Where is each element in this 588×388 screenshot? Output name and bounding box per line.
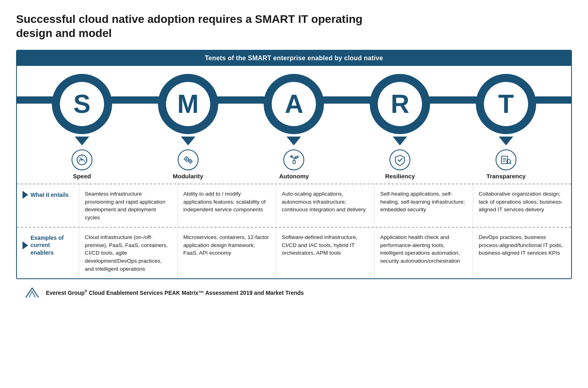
svg-point-8 (190, 161, 191, 162)
circle-inner-t: T (484, 82, 528, 126)
circle-outer-s: S (52, 74, 112, 134)
circles-flex: S M A (17, 66, 571, 134)
what-cell-resiliency: Self-healing applications, self-healing,… (374, 184, 473, 227)
circle-inner-r: R (378, 82, 422, 126)
gears-icon (182, 154, 194, 166)
autonomy-label: Autonomy (279, 173, 309, 180)
circle-col-m: M (135, 74, 241, 134)
svg-line-30 (510, 163, 511, 164)
circle-outer-r: R (370, 74, 430, 134)
circle-col-a: A (241, 74, 347, 134)
header-bar: Tenets of the SMART enterprise enabled b… (17, 51, 571, 66)
circle-col-r: R (347, 74, 453, 134)
what-label-text: What it entails (31, 191, 69, 198)
examples-cell-modularity: Microservices, containers, 12-factor app… (177, 228, 276, 278)
circle-inner-m: M (166, 82, 210, 126)
tenet-col-transparency: Transparency (453, 134, 559, 184)
autonomy-icon-circle (283, 149, 304, 170)
tenet-col-speed: Speed (29, 134, 135, 184)
modularity-label: Modularity (173, 173, 203, 180)
circles-row-wrapper: S M A (17, 66, 571, 134)
what-it-entails-label: What it entails (23, 191, 69, 199)
speedometer-icon (76, 154, 88, 166)
arrow-transparency (499, 137, 513, 145)
what-it-entails-label-col: What it entails (17, 184, 79, 227)
letter-a: A (285, 91, 303, 117)
examples-label: Examples of current enablers (23, 234, 74, 256)
circle-outer-m: M (158, 74, 218, 134)
resiliency-icon-circle (389, 149, 410, 170)
tenet-col-autonomy: Autonomy (241, 134, 347, 184)
circle-col-s: S (29, 74, 135, 134)
speed-label: Speed (73, 173, 91, 180)
svg-rect-17 (293, 161, 296, 164)
circle-outer-a: A (264, 74, 324, 134)
arrow-speed (75, 137, 89, 145)
speed-icon-circle (72, 149, 92, 170)
what-cell-autonomy: Auto-scaling applications, autonomous in… (276, 184, 374, 227)
arrows-icons-row: Speed Mo (17, 134, 571, 184)
circle-col-t: T (453, 74, 559, 134)
letter-r: R (391, 91, 409, 117)
examples-cell-resiliency: Application health check and performance… (374, 228, 473, 278)
examples-label-text: Examples of current enablers (31, 234, 74, 256)
brand-name: Everest Group (46, 289, 84, 296)
arrow-shape-what (23, 191, 28, 199)
page-title: Successful cloud native adoption require… (16, 12, 378, 40)
letter-s: S (74, 91, 91, 117)
what-cell-speed: Seamless infrastructure provisioning and… (79, 184, 177, 227)
examples-data-cols: Cloud infrastructure (on-/off-premise), … (79, 228, 571, 278)
examples-cell-autonomy: Software-defined infrastructure, CI/CD a… (276, 228, 374, 278)
examples-cell-speed: Cloud infrastructure (on-/off-premise), … (79, 228, 177, 278)
footer-logo (24, 286, 40, 298)
examples-section: Examples of current enablers Cloud infra… (17, 227, 571, 278)
transparency-icon-circle (496, 149, 516, 170)
tenet-col-resiliency: Resiliency (347, 134, 453, 184)
resiliency-label: Resiliency (385, 173, 415, 180)
mountain-logo-icon (24, 286, 40, 298)
footer-brand-text: Everest Group® Cloud Enablement Services… (46, 289, 304, 296)
magnify-doc-icon (500, 154, 512, 166)
svg-line-22 (298, 157, 299, 158)
arrow-shape-examples (23, 241, 28, 249)
arrow-modularity (181, 137, 195, 145)
footer: Everest Group® Cloud Enablement Services… (16, 279, 572, 298)
what-it-entails-section: What it entails Seamless infrastructure … (17, 184, 571, 227)
examples-label-col: Examples of current enablers (17, 228, 79, 278)
svg-line-24 (294, 157, 296, 158)
shield-check-icon (394, 154, 406, 166)
svg-point-6 (186, 158, 187, 160)
arrow-resiliency (393, 137, 407, 145)
letter-m: M (177, 91, 199, 117)
arrow-autonomy (287, 137, 301, 145)
examples-cell-transparency: DevOps practices, business process-align… (473, 228, 571, 278)
circle-inner-a: A (272, 82, 316, 126)
circle-outer-t: T (476, 74, 536, 134)
tenet-col-modularity: Modularity (135, 134, 241, 184)
footer-description: Cloud Enablement Services PEAK Matrix™ A… (87, 289, 304, 296)
diagram-container: Tenets of the SMART enterprise enabled b… (16, 50, 572, 279)
what-cell-modularity: Ability to add to / modify applications … (177, 184, 276, 227)
robot-arm-icon (288, 154, 300, 166)
what-data-cols: Seamless infrastructure provisioning and… (79, 184, 571, 227)
transparency-label: Transparency (486, 173, 526, 180)
circle-inner-s: S (60, 82, 104, 126)
what-cell-transparency: Collaborative organization design; lack … (473, 184, 571, 227)
modularity-icon-circle (178, 149, 199, 170)
letter-t: T (498, 91, 514, 117)
